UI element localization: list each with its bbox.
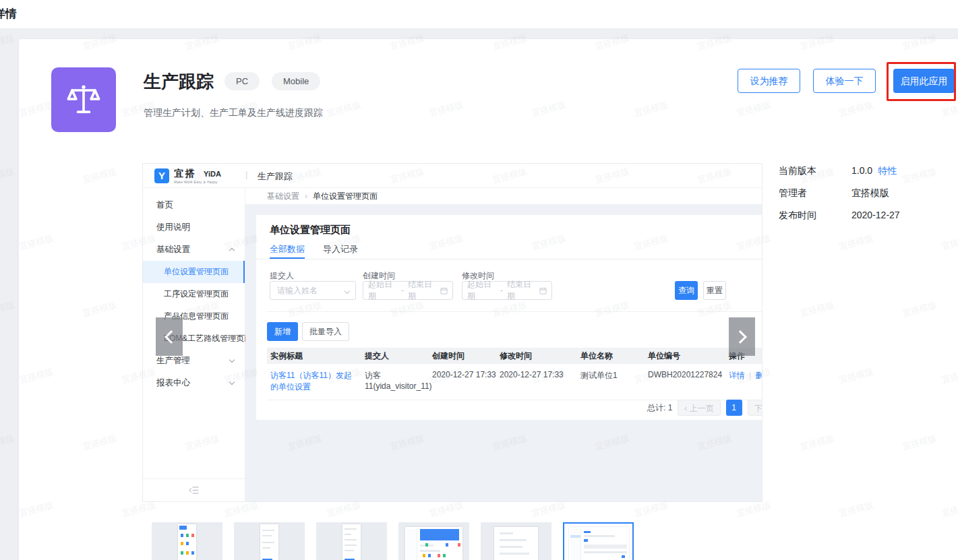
sidebar-item-process-settings: 工序设定管理页面 (143, 283, 245, 305)
app-title: 生产跟踪 (144, 70, 214, 94)
thumb-sketch (494, 527, 538, 560)
brand-cn: 宜搭 (174, 168, 197, 180)
add-button: 新增 (267, 322, 298, 341)
menu-fold-icon (189, 486, 199, 495)
thumb-sketch (568, 526, 630, 560)
thumbnail-3[interactable] (316, 522, 387, 560)
action-delete-link: 删除 (755, 371, 762, 380)
version-features-link[interactable]: 特性 (878, 165, 897, 176)
publish-label: 发布时间 (779, 210, 851, 222)
next-page-button: 下一页 (748, 400, 762, 416)
row-title-link: 访客11（访客11）发起的单位设置 (267, 370, 365, 393)
brand-tagline: Make Work Easy & Happy (174, 180, 218, 184)
admin-value: 宜搭模版 (851, 187, 889, 198)
sidebar-item-basic-settings: 基础设置 (143, 239, 245, 261)
tab-import-records: 导入记录 (323, 243, 358, 255)
data-table: 实例标题 提交人 创建时间 修改时间 单位名称 单位编号 操作 访客11（访客1… (267, 348, 762, 400)
col-unit-name: 单位名称 (580, 348, 648, 364)
col-instance-title: 实例标题 (267, 348, 365, 364)
yida-logo-icon: Y (154, 168, 169, 183)
breadcrumb: 基础设置›单位设置管理页面 (245, 188, 762, 204)
carousel-prev-arrow[interactable] (156, 317, 183, 356)
pagination-total: 总计: 1 (647, 402, 672, 414)
pagination: 总计: 1 ‹ 上一页 1 下一页 (647, 400, 762, 416)
platform-badge-mobile: Mobile (272, 72, 320, 90)
submitter-label: 提交人 (270, 270, 294, 282)
data-panel: 单位设置管理页面 全部数据 导入记录 提交人 创建时间 修改时间 请输入姓名 起… (256, 215, 762, 420)
thumbnail-6-selected[interactable] (563, 522, 634, 560)
breadcrumb-parent: 基础设置 (267, 191, 299, 201)
page-title: 详情 (0, 6, 17, 22)
submitter-select: 请输入姓名 (270, 281, 356, 300)
chevron-right-icon (734, 330, 747, 344)
sidebar-item-guide: 使用说明 (143, 216, 245, 239)
try-now-button[interactable]: 体验一下 (813, 69, 876, 93)
col-submitter: 提交人 (365, 348, 432, 364)
preview-header: Y 宜搭 YiDA Make Work Easy & Happy | 生产跟踪 (143, 164, 762, 188)
platform-badge-pc: PC (224, 72, 260, 90)
brand-en: YiDA (204, 170, 221, 178)
col-modified: 修改时间 (500, 348, 580, 364)
app-description: 管理生产计划、生产工单及生产线进度跟踪 (144, 107, 323, 119)
version-label: 当前版本 (779, 165, 851, 177)
sidebar-item-home: 首页 (143, 194, 245, 216)
thumbnail-4[interactable] (398, 522, 469, 560)
chevron-up-icon (229, 248, 235, 253)
current-page-button: 1 (726, 400, 742, 416)
row-submitter: 访客11(yida_visitor_11) (365, 370, 432, 393)
row-unit-code: DWBH20201227824 (648, 370, 729, 393)
thumb-sketch (405, 527, 462, 560)
calendar-icon (440, 287, 448, 294)
breadcrumb-current: 单位设置管理页面 (313, 191, 378, 201)
col-created: 创建时间 (432, 348, 500, 364)
sidebar-item-unit-settings: 单位设置管理页面 (143, 261, 245, 283)
thumbnail-1[interactable] (152, 522, 222, 560)
carousel-next-arrow[interactable] (729, 317, 755, 356)
row-created: 2020-12-27 17:33 (432, 370, 500, 393)
action-detail-link: 详情 (729, 371, 745, 380)
search-button: 查询 (675, 281, 698, 300)
brand-separator: | (245, 169, 247, 179)
row-modified: 2020-12-27 17:33 (500, 370, 580, 393)
thumb-sketch (178, 524, 196, 560)
chevron-down-icon (229, 379, 235, 385)
screenshot-preview[interactable]: Y 宜搭 YiDA Make Work Easy & Happy | 生产跟踪 … (142, 163, 762, 502)
breadcrumb-separator-icon: › (305, 191, 307, 201)
panel-title: 单位设置管理页面 (270, 224, 351, 237)
publish-value: 2020-12-27 (851, 210, 900, 220)
reset-button: 重置 (703, 281, 726, 300)
brand-app-name: 生产跟踪 (258, 170, 293, 183)
chevron-left-icon (164, 330, 178, 344)
tab-divider (256, 259, 762, 259)
preview-content: 基础设置›单位设置管理页面 单位设置管理页面 全部数据 导入记录 提交人 创建时… (245, 188, 762, 501)
app-icon (51, 67, 116, 132)
app-detail-card: 生产跟踪 PC Mobile 管理生产计划、生产工单及生产线进度跟踪 设为推荐 … (19, 39, 958, 560)
table-header-row: 实例标题 提交人 创建时间 修改时间 单位名称 单位编号 操作 (267, 348, 762, 364)
row-unit-name: 测试单位1 (580, 370, 648, 393)
admin-label: 管理者 (779, 187, 851, 199)
prev-page-button: ‹ 上一页 (678, 400, 720, 416)
sidebar-footer (143, 478, 245, 501)
created-date-range: 起始日期 - 结束日期 (363, 281, 453, 300)
thumbnail-2[interactable] (234, 522, 305, 560)
version-value: 1.0.0 (851, 165, 872, 176)
sidebar-item-reports: 报表中心 (143, 372, 245, 394)
chevron-down-icon (229, 357, 235, 363)
top-bar: 详情 (0, 0, 958, 28)
modified-date-range: 起始日期 - 结束日期 (462, 281, 552, 300)
enable-app-button[interactable]: 启用此应用 (893, 69, 955, 93)
meta-version-row: 当前版本1.0.0特性 (779, 165, 897, 177)
row-actions: 详情|删除 (729, 370, 762, 393)
tab-all-data: 全部数据 (270, 243, 305, 255)
thumbnail-5[interactable] (481, 522, 551, 560)
calendar-icon (539, 287, 547, 294)
set-recommend-button[interactable]: 设为推荐 (738, 69, 800, 93)
thumb-sketch (260, 524, 278, 560)
table-row: 访客11（访客11）发起的单位设置 访客11(yida_visitor_11) … (267, 364, 762, 400)
meta-admin-row: 管理者宜搭模版 (779, 187, 889, 199)
thumb-sketch (342, 524, 361, 560)
balance-scale-icon (64, 80, 103, 119)
batch-import-button: 批量导入 (302, 322, 349, 341)
col-unit-code: 单位编号 (648, 348, 729, 364)
toolbar-divider (267, 311, 762, 312)
